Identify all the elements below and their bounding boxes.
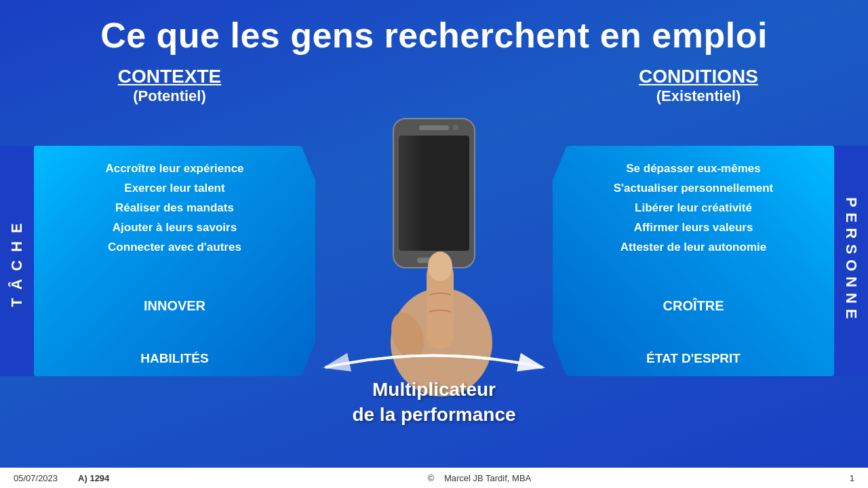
slide: Ce que les gens recherchent en emploi CO… bbox=[0, 0, 868, 468]
side-label-tache: TÂCHE bbox=[0, 146, 34, 376]
right-item-1: Se dépasser eux-mêmes bbox=[570, 159, 817, 179]
footer-copyright: © bbox=[428, 473, 435, 483]
right-bottom-label: ÉTAT D'ESPRIT bbox=[570, 351, 817, 366]
right-keyword: CROÎTRE bbox=[570, 298, 817, 314]
right-panel: Se dépasser eux-mêmes S'actualiser perso… bbox=[553, 146, 834, 376]
left-panel: Accroître leur expérience Exercer leur t… bbox=[34, 146, 315, 376]
multiplicateur-area: Multiplicateur de la performance bbox=[305, 340, 563, 427]
left-item-1: Accroître leur expérience bbox=[51, 159, 298, 179]
right-header-title: CONDITIONS bbox=[597, 66, 800, 87]
left-item-2: Exercer leur talent bbox=[51, 179, 298, 199]
left-keyword: INNOVER bbox=[51, 298, 298, 314]
multiplicateur-line2: de la performance bbox=[305, 403, 563, 427]
multiplicateur-line1: Multiplicateur bbox=[305, 378, 563, 402]
svg-point-8 bbox=[428, 251, 452, 281]
footer-code: A) 1294 bbox=[78, 473, 109, 483]
arrow-svg bbox=[305, 340, 563, 374]
right-item-5: Attester de leur autonomie bbox=[570, 238, 817, 258]
svg-point-3 bbox=[453, 125, 458, 130]
footer-left: 05/07/2023 A) 1294 bbox=[14, 473, 109, 483]
main-title: Ce que les gens recherchent en emploi bbox=[0, 0, 868, 62]
left-bottom-label: HABILITÉS bbox=[51, 351, 298, 366]
footer-center: © Marcel JB Tardif, MBA bbox=[428, 473, 531, 483]
footer: 05/07/2023 A) 1294 © Marcel JB Tardif, M… bbox=[0, 468, 868, 488]
left-item-3: Réaliser des mandats bbox=[51, 199, 298, 218]
headers-row: CONTEXTE (Potentiel) CONDITIONS (Existen… bbox=[0, 66, 868, 105]
left-header-title: CONTEXTE bbox=[68, 66, 271, 87]
left-item-5: Connecter avec d'autres bbox=[51, 238, 298, 258]
right-panel-items: Se dépasser eux-mêmes S'actualiser perso… bbox=[570, 159, 817, 257]
left-item-4: Ajouter à leurs savoirs bbox=[51, 218, 298, 238]
right-item-2: S'actualiser personnellement bbox=[570, 179, 817, 199]
left-header-sub: (Potentiel) bbox=[68, 87, 271, 105]
right-header-sub: (Existentiel) bbox=[597, 87, 800, 105]
side-label-personne: PERSONNE bbox=[834, 146, 868, 376]
right-column-header: CONDITIONS (Existentiel) bbox=[597, 66, 800, 105]
footer-author: Marcel JB Tardif, MBA bbox=[444, 473, 531, 483]
svg-rect-2 bbox=[419, 125, 449, 130]
footer-date: 05/07/2023 bbox=[14, 473, 58, 483]
right-item-3: Libérer leur créativité bbox=[570, 199, 817, 218]
right-item-4: Affirmer leurs valeurs bbox=[570, 218, 817, 238]
left-panel-items: Accroître leur expérience Exercer leur t… bbox=[51, 159, 298, 257]
left-column-header: CONTEXTE (Potentiel) bbox=[68, 66, 271, 105]
footer-page: 1 bbox=[850, 473, 854, 483]
